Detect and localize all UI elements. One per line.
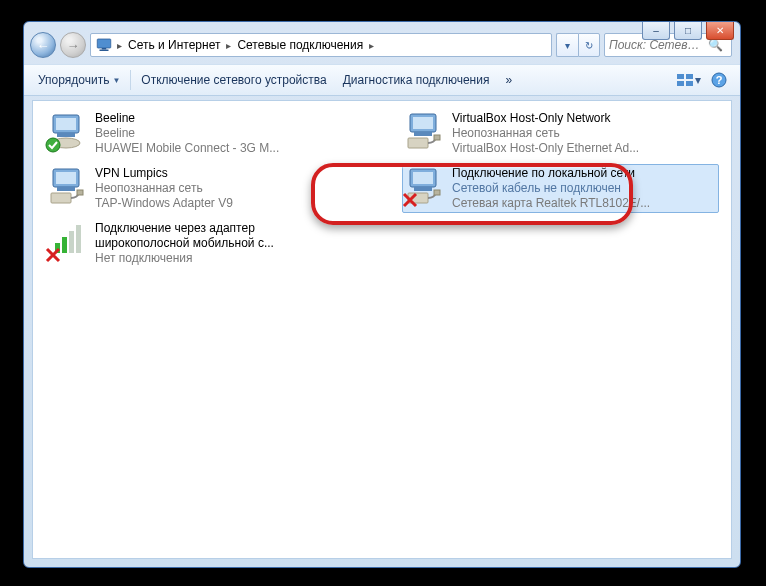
connection-device: Сетевая карта Realtek RTL8102E/... bbox=[452, 196, 650, 211]
content-area: Beeline Beeline HUAWEI Mobile Connect - … bbox=[32, 100, 732, 559]
svg-rect-6 bbox=[686, 81, 693, 86]
refresh-button[interactable]: ↻ bbox=[578, 33, 600, 57]
network-icon bbox=[95, 36, 113, 54]
connection-name: Подключение по локальной сети bbox=[452, 166, 650, 181]
svg-rect-10 bbox=[56, 118, 76, 130]
breadcrumb-connections[interactable]: Сетевые подключения bbox=[233, 38, 367, 52]
svg-rect-32 bbox=[76, 225, 81, 253]
svg-text:?: ? bbox=[716, 74, 723, 86]
search-icon: 🔍 bbox=[708, 38, 723, 52]
toolbar: Упорядочить▼ Отключение сетевого устройс… bbox=[24, 64, 740, 96]
svg-rect-21 bbox=[57, 187, 75, 191]
connection-device: TAP-Windows Adapter V9 bbox=[95, 196, 233, 211]
svg-point-13 bbox=[46, 138, 60, 152]
check-icon bbox=[45, 137, 61, 153]
connection-status: Неопознанная сеть bbox=[452, 126, 639, 141]
svg-rect-2 bbox=[100, 50, 109, 52]
maximize-button[interactable]: □ bbox=[674, 22, 702, 40]
svg-rect-30 bbox=[62, 237, 67, 253]
adapter-icon bbox=[47, 166, 87, 206]
forward-button[interactable]: → bbox=[60, 32, 86, 58]
connection-device: VirtualBox Host-Only Ethernet Ad... bbox=[452, 141, 639, 156]
svg-rect-22 bbox=[51, 193, 71, 203]
connection-name: VirtualBox Host-Only Network bbox=[452, 111, 639, 126]
connection-name: Beeline bbox=[95, 111, 279, 126]
svg-rect-5 bbox=[677, 81, 684, 86]
svg-rect-17 bbox=[408, 138, 428, 148]
svg-rect-25 bbox=[413, 172, 433, 184]
svg-rect-0 bbox=[97, 39, 111, 48]
adapter-icon bbox=[404, 166, 444, 206]
svg-rect-15 bbox=[413, 117, 433, 129]
breadcrumb-network[interactable]: Сеть и Интернет bbox=[124, 38, 224, 52]
connection-item-beeline[interactable]: Beeline Beeline HUAWEI Mobile Connect - … bbox=[45, 109, 362, 158]
modem-icon bbox=[47, 111, 87, 151]
connection-item-broadband[interactable]: Подключение через адаптер широкополосной… bbox=[45, 219, 362, 268]
connection-status: Неопознанная сеть bbox=[95, 181, 233, 196]
disable-device-button[interactable]: Отключение сетевого устройства bbox=[133, 69, 334, 91]
chevron-right-icon[interactable]: ▸ bbox=[367, 40, 376, 51]
svg-rect-20 bbox=[56, 172, 76, 184]
chevron-right-icon[interactable]: ▸ bbox=[115, 40, 124, 51]
connection-status: Сетевой кабель не подключен bbox=[452, 181, 650, 196]
svg-rect-31 bbox=[69, 231, 74, 253]
svg-rect-18 bbox=[434, 135, 440, 140]
chevron-right-icon[interactable]: ▸ bbox=[224, 40, 233, 51]
svg-rect-23 bbox=[77, 190, 83, 195]
svg-rect-4 bbox=[686, 74, 693, 79]
diagnose-button[interactable]: Диагностика подключения bbox=[335, 69, 498, 91]
svg-rect-26 bbox=[414, 187, 432, 191]
address-bar[interactable]: ▸ Сеть и Интернет ▸ Сетевые подключения … bbox=[90, 33, 552, 57]
adapter-icon bbox=[404, 111, 444, 151]
back-button[interactable]: ← bbox=[30, 32, 56, 58]
svg-rect-1 bbox=[102, 48, 107, 50]
svg-rect-28 bbox=[434, 190, 440, 195]
connection-name: Подключение через адаптер bbox=[95, 221, 274, 236]
connection-name-cont: широкополосной мобильной с... bbox=[95, 236, 274, 251]
close-button[interactable]: ✕ bbox=[706, 22, 734, 40]
connection-device: HUAWEI Mobile Connect - 3G M... bbox=[95, 141, 279, 156]
connection-item-vpn[interactable]: VPN Lumpics Неопознанная сеть TAP-Window… bbox=[45, 164, 362, 213]
svg-rect-16 bbox=[414, 132, 432, 136]
connection-status: Beeline bbox=[95, 126, 279, 141]
connection-name: VPN Lumpics bbox=[95, 166, 233, 181]
connection-status: Нет подключения bbox=[95, 251, 274, 266]
search-input[interactable] bbox=[609, 38, 704, 52]
history-dropdown-button[interactable]: ▾ bbox=[556, 33, 578, 57]
explorer-window: – □ ✕ ← → ▸ Сеть и Интернет ▸ Сетевые по… bbox=[23, 21, 741, 568]
minimize-button[interactable]: – bbox=[642, 22, 670, 40]
error-x-icon bbox=[402, 192, 418, 208]
connection-item-virtualbox[interactable]: VirtualBox Host-Only Network Неопознанна… bbox=[402, 109, 719, 158]
organize-menu[interactable]: Упорядочить▼ bbox=[30, 69, 128, 91]
error-x-icon bbox=[45, 247, 61, 263]
signal-icon bbox=[47, 221, 87, 261]
help-button[interactable]: ? bbox=[704, 69, 734, 91]
view-mode-button[interactable]: ▾ bbox=[674, 69, 704, 91]
more-commands-button[interactable]: » bbox=[497, 69, 520, 91]
connection-item-lan[interactable]: Подключение по локальной сети Сетевой ка… bbox=[402, 164, 719, 213]
svg-rect-3 bbox=[677, 74, 684, 79]
